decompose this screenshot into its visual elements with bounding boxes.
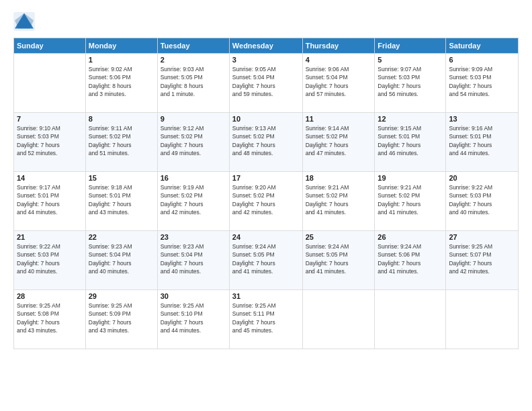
calendar-cell: 15Sunrise: 9:18 AMSunset: 5:01 PMDayligh…: [85, 172, 157, 231]
day-info: Sunrise: 9:17 AMSunset: 5:01 PMDaylight:…: [17, 183, 83, 216]
calendar-cell: [446, 290, 519, 349]
day-info: Sunrise: 9:14 AMSunset: 5:02 PMDaylight:…: [306, 124, 372, 157]
day-number: 6: [449, 56, 515, 64]
day-info: Sunrise: 9:23 AMSunset: 5:04 PMDaylight:…: [161, 242, 226, 275]
calendar-cell: 12Sunrise: 9:15 AMSunset: 5:01 PMDayligh…: [375, 113, 446, 172]
calendar-cell: 1Sunrise: 9:02 AMSunset: 5:06 PMDaylight…: [85, 54, 157, 113]
calendar-cell: 23Sunrise: 9:23 AMSunset: 5:04 PMDayligh…: [157, 231, 229, 290]
day-info: Sunrise: 9:24 AMSunset: 5:06 PMDaylight:…: [378, 242, 443, 275]
day-number: 17: [232, 174, 300, 182]
weekday-header: Tuesday: [157, 38, 229, 54]
day-number: 8: [89, 115, 154, 123]
day-info: Sunrise: 9:16 AMSunset: 5:01 PMDaylight:…: [449, 124, 515, 157]
day-number: 26: [378, 233, 443, 241]
day-info: Sunrise: 9:19 AMSunset: 5:02 PMDaylight:…: [161, 183, 226, 216]
day-number: 13: [449, 115, 515, 123]
calendar-cell: 4Sunrise: 9:06 AMSunset: 5:04 PMDaylight…: [302, 54, 375, 113]
day-info: Sunrise: 9:25 AMSunset: 5:11 PMDaylight:…: [232, 302, 300, 334]
day-info: Sunrise: 9:25 AMSunset: 5:08 PMDaylight:…: [17, 302, 83, 334]
day-info: Sunrise: 9:13 AMSunset: 5:02 PMDaylight:…: [232, 124, 300, 157]
day-number: 24: [232, 233, 300, 241]
day-info: Sunrise: 9:24 AMSunset: 5:05 PMDaylight:…: [306, 242, 372, 275]
calendar-cell: 31Sunrise: 9:25 AMSunset: 5:11 PMDayligh…: [229, 290, 302, 349]
day-info: Sunrise: 9:18 AMSunset: 5:01 PMDaylight:…: [89, 183, 154, 216]
weekday-header-row: SundayMondayTuesdayWednesdayThursdayFrid…: [14, 38, 519, 54]
calendar-table: SundayMondayTuesdayWednesdayThursdayFrid…: [13, 38, 519, 349]
calendar-week-row: 21Sunrise: 9:22 AMSunset: 5:03 PMDayligh…: [14, 231, 519, 290]
calendar-cell: 25Sunrise: 9:24 AMSunset: 5:05 PMDayligh…: [302, 231, 375, 290]
day-number: 20: [449, 174, 515, 182]
day-info: Sunrise: 9:22 AMSunset: 5:03 PMDaylight:…: [17, 242, 83, 275]
day-info: Sunrise: 9:22 AMSunset: 5:03 PMDaylight:…: [449, 183, 515, 216]
day-number: 12: [378, 115, 443, 123]
calendar-cell: 14Sunrise: 9:17 AMSunset: 5:01 PMDayligh…: [14, 172, 86, 231]
calendar-cell: 13Sunrise: 9:16 AMSunset: 5:01 PMDayligh…: [446, 113, 519, 172]
day-info: Sunrise: 9:03 AMSunset: 5:05 PMDaylight:…: [161, 65, 226, 98]
day-number: 1: [89, 56, 154, 64]
calendar-cell: 16Sunrise: 9:19 AMSunset: 5:02 PMDayligh…: [157, 172, 229, 231]
day-number: 7: [17, 115, 83, 123]
calendar-week-row: 1Sunrise: 9:02 AMSunset: 5:06 PMDaylight…: [14, 54, 519, 113]
calendar-cell: 27Sunrise: 9:25 AMSunset: 5:07 PMDayligh…: [446, 231, 519, 290]
calendar-cell: 19Sunrise: 9:21 AMSunset: 5:02 PMDayligh…: [375, 172, 446, 231]
day-number: 22: [89, 233, 154, 241]
weekday-header: Thursday: [302, 38, 375, 54]
calendar-cell: 18Sunrise: 9:21 AMSunset: 5:02 PMDayligh…: [302, 172, 375, 231]
weekday-header: Saturday: [446, 38, 519, 54]
weekday-header: Wednesday: [229, 38, 302, 54]
calendar-cell: 9Sunrise: 9:12 AMSunset: 5:02 PMDaylight…: [157, 113, 229, 172]
day-info: Sunrise: 9:25 AMSunset: 5:09 PMDaylight:…: [89, 302, 154, 334]
calendar-cell: 28Sunrise: 9:25 AMSunset: 5:08 PMDayligh…: [14, 290, 86, 349]
calendar-cell: 24Sunrise: 9:24 AMSunset: 5:05 PMDayligh…: [229, 231, 302, 290]
calendar-cell: 30Sunrise: 9:25 AMSunset: 5:10 PMDayligh…: [157, 290, 229, 349]
day-number: 3: [232, 56, 300, 64]
weekday-header: Sunday: [14, 38, 86, 54]
calendar-week-row: 14Sunrise: 9:17 AMSunset: 5:01 PMDayligh…: [14, 172, 519, 231]
day-number: 29: [89, 292, 154, 300]
day-number: 9: [161, 115, 226, 123]
day-info: Sunrise: 9:15 AMSunset: 5:01 PMDaylight:…: [378, 124, 443, 157]
calendar-cell: 7Sunrise: 9:10 AMSunset: 5:03 PMDaylight…: [14, 113, 86, 172]
day-info: Sunrise: 9:21 AMSunset: 5:02 PMDaylight:…: [306, 183, 372, 216]
day-info: Sunrise: 9:25 AMSunset: 5:10 PMDaylight:…: [161, 302, 226, 334]
day-info: Sunrise: 9:05 AMSunset: 5:04 PMDaylight:…: [232, 65, 300, 98]
calendar-cell: [14, 54, 86, 113]
day-number: 27: [449, 233, 515, 241]
day-number: 21: [17, 233, 83, 241]
day-info: Sunrise: 9:23 AMSunset: 5:04 PMDaylight:…: [89, 242, 154, 275]
day-info: Sunrise: 9:09 AMSunset: 5:03 PMDaylight:…: [449, 65, 515, 98]
calendar-cell: 10Sunrise: 9:13 AMSunset: 5:02 PMDayligh…: [229, 113, 302, 172]
weekday-header: Monday: [85, 38, 157, 54]
day-info: Sunrise: 9:06 AMSunset: 5:04 PMDaylight:…: [306, 65, 372, 98]
day-number: 10: [232, 115, 300, 123]
day-info: Sunrise: 9:20 AMSunset: 5:02 PMDaylight:…: [232, 183, 300, 216]
day-number: 23: [161, 233, 226, 241]
calendar-cell: 8Sunrise: 9:11 AMSunset: 5:02 PMDaylight…: [85, 113, 157, 172]
day-info: Sunrise: 9:12 AMSunset: 5:02 PMDaylight:…: [161, 124, 226, 157]
logo: [13, 12, 38, 31]
calendar-week-row: 28Sunrise: 9:25 AMSunset: 5:08 PMDayligh…: [14, 290, 519, 349]
day-number: 30: [161, 292, 226, 300]
calendar-week-row: 7Sunrise: 9:10 AMSunset: 5:03 PMDaylight…: [14, 113, 519, 172]
day-number: 5: [378, 56, 443, 64]
day-info: Sunrise: 9:24 AMSunset: 5:05 PMDaylight:…: [232, 242, 300, 275]
calendar-cell: 20Sunrise: 9:22 AMSunset: 5:03 PMDayligh…: [446, 172, 519, 231]
day-number: 11: [306, 115, 372, 123]
day-info: Sunrise: 9:07 AMSunset: 5:03 PMDaylight:…: [378, 65, 443, 98]
logo-icon: [13, 12, 35, 31]
day-number: 28: [17, 292, 83, 300]
day-info: Sunrise: 9:25 AMSunset: 5:07 PMDaylight:…: [449, 242, 515, 275]
calendar-cell: 29Sunrise: 9:25 AMSunset: 5:09 PMDayligh…: [85, 290, 157, 349]
day-number: 2: [161, 56, 226, 64]
calendar-cell: 5Sunrise: 9:07 AMSunset: 5:03 PMDaylight…: [375, 54, 446, 113]
calendar-cell: 6Sunrise: 9:09 AMSunset: 5:03 PMDaylight…: [446, 54, 519, 113]
day-number: 14: [17, 174, 83, 182]
day-number: 18: [306, 174, 372, 182]
calendar-cell: 26Sunrise: 9:24 AMSunset: 5:06 PMDayligh…: [375, 231, 446, 290]
day-info: Sunrise: 9:10 AMSunset: 5:03 PMDaylight:…: [17, 124, 83, 157]
day-info: Sunrise: 9:11 AMSunset: 5:02 PMDaylight:…: [89, 124, 154, 157]
day-number: 25: [306, 233, 372, 241]
calendar-cell: 22Sunrise: 9:23 AMSunset: 5:04 PMDayligh…: [85, 231, 157, 290]
day-number: 4: [306, 56, 372, 64]
calendar-cell: [302, 290, 375, 349]
